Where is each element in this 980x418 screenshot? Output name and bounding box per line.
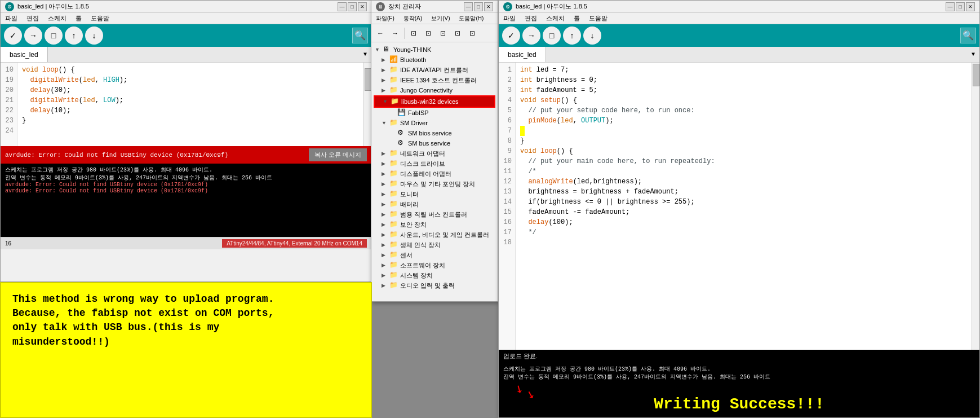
dm-sensor-item[interactable]: ▶ 📁 센서 xyxy=(374,250,495,260)
left-tab-arrow[interactable]: ▼ xyxy=(359,51,371,58)
right-maximize-button[interactable]: □ xyxy=(956,2,965,11)
left-code-content[interactable]: void loop() { digitalWrite(led, HIGH); d… xyxy=(17,63,371,146)
left-maximize-button[interactable]: □ xyxy=(348,2,357,11)
computer-icon: 🖥 xyxy=(383,45,392,54)
right-open-button[interactable]: ↑ xyxy=(563,27,581,45)
disk-expand-icon: ▶ xyxy=(382,161,389,166)
copy-error-button[interactable]: 복사 오류 메시지 xyxy=(309,148,367,161)
right-save-button[interactable]: ↓ xyxy=(583,27,601,45)
dm-forward-button[interactable]: → xyxy=(388,27,402,40)
dm-btn2[interactable]: ⊡ xyxy=(422,27,435,40)
dm-minimize-button[interactable]: — xyxy=(464,2,473,11)
right-tab-arrow[interactable]: ▼ xyxy=(967,51,979,58)
left-minimize-button[interactable]: — xyxy=(338,2,347,11)
right-close-button[interactable]: ✕ xyxy=(966,2,975,11)
right-edit[interactable]: 편집 xyxy=(522,13,539,24)
left-scrollbar[interactable] xyxy=(363,63,371,146)
right-line-numbers: 1 2 3 4 5 6 7 8 9 10 11 12 13 14 15 16 1… xyxy=(499,63,516,350)
right-title-bar: ⚙ basic_led | 아두이노 1.8.5 — □ ✕ xyxy=(499,1,979,13)
dm-jungo-item[interactable]: ▶ 📁 Jungo Connectivity xyxy=(374,85,495,95)
left-menu-tools[interactable]: 툴 xyxy=(73,13,84,24)
dm-btn1[interactable]: ⊡ xyxy=(407,27,420,40)
right-minimize-button[interactable]: — xyxy=(946,2,955,11)
dm-btn5[interactable]: ⊡ xyxy=(465,27,479,40)
dm-maximize-button[interactable]: □ xyxy=(474,2,483,11)
dm-smbios-label: SM bios service xyxy=(408,130,452,137)
right-window-controls: — □ ✕ xyxy=(946,2,975,11)
right-verify-button[interactable]: ✓ xyxy=(502,27,520,45)
search-icon[interactable]: 🔍 xyxy=(352,28,368,43)
right-sketch[interactable]: 스케치 xyxy=(544,13,567,24)
left-tab-basic-led[interactable]: basic_led xyxy=(1,47,48,62)
dm-biometric-item[interactable]: ▶ 📁 생체 인식 장치 xyxy=(374,240,495,250)
dm-security-item[interactable]: ▶ 📁 보안 장치 xyxy=(374,219,495,230)
dm-btn4[interactable]: ⊡ xyxy=(451,27,464,40)
dm-system-item[interactable]: ▶ 📁 시스템 장치 xyxy=(374,270,495,280)
dm-window-controls: — □ ✕ xyxy=(464,2,493,11)
right-tools[interactable]: 툴 xyxy=(571,13,582,24)
right-window-title: basic_led | 아두이노 1.8.5 xyxy=(516,2,587,11)
dm-bluetooth-item[interactable]: ▶ 📶 Bluetooth xyxy=(374,55,495,65)
right-code-content[interactable]: int led = 7; int brightness = 0; int fad… xyxy=(516,63,979,350)
right-new-button[interactable]: □ xyxy=(543,27,561,45)
new-button[interactable]: □ xyxy=(45,27,63,45)
dm-root-label: Young-THINK xyxy=(393,46,431,53)
dm-audio-item[interactable]: ▶ 📁 오디오 입력 및 출력 xyxy=(374,280,495,291)
biometric-expand-icon: ▶ xyxy=(382,242,389,248)
left-menu-file[interactable]: 파일 xyxy=(3,13,20,24)
dm-battery-item[interactable]: ▶ 📁 배터리 xyxy=(374,199,495,209)
right-file[interactable]: 파일 xyxy=(501,13,518,24)
dm-display-item[interactable]: ▶ 📁 디스플레이 어댑터 xyxy=(374,169,495,179)
dm-smbus-item[interactable]: ▶ ⚙ SM bus service xyxy=(374,138,495,148)
dm-close-button[interactable]: ✕ xyxy=(484,2,493,11)
security-icon: 📁 xyxy=(389,220,398,229)
libusb-expand-icon: ▼ xyxy=(383,99,391,104)
disk-icon: 📁 xyxy=(389,159,398,168)
right-console-header: 업로드 완료. xyxy=(499,350,979,363)
dm-imaging-item[interactable]: ▶ 📁 이미징 장치 xyxy=(374,291,495,292)
right-tab-basic-led[interactable]: basic_led xyxy=(499,47,546,62)
right-scrollbar[interactable] xyxy=(972,63,979,350)
dm-ide-ata-label: IDE ATA/ATAPI 컨트롤러 xyxy=(400,66,468,74)
upload-button[interactable]: → xyxy=(24,27,42,45)
dm-menu-action[interactable]: 동작(A) xyxy=(401,14,424,24)
dm-sound-item[interactable]: ▶ 📁 사운드, 비디오 및 게임 컨트롤러 xyxy=(374,230,495,240)
left-menu-sketch[interactable]: 스케치 xyxy=(46,13,69,24)
dm-ieee-item[interactable]: ▶ 📁 IEEE 1394 호스트 컨트롤러 xyxy=(374,75,495,85)
dm-menu-view[interactable]: 보기(V) xyxy=(429,14,452,24)
dm-ide-ata-item[interactable]: ▶ 📁 IDE ATA/ATAPI 컨트롤러 xyxy=(374,65,495,75)
dm-usb-item[interactable]: ▶ 📁 범용 직렬 버스 컨트롤러 xyxy=(374,209,495,219)
left-console-line-1: 스케치는 프로그램 저장 공간 980 바이트(23%)를 사용. 최대 409… xyxy=(5,166,367,174)
dm-monitor-item[interactable]: ▶ 📁 모니터 xyxy=(374,189,495,199)
dm-smbus-label: SM bus service xyxy=(408,140,450,147)
dm-root-item[interactable]: ▼ 🖥 Young-THINK xyxy=(374,45,495,55)
right-search-icon[interactable]: 🔍 xyxy=(960,28,976,43)
dm-fabisp-item[interactable]: ▶ 💾 FabISP xyxy=(374,108,495,118)
usb-icon: 📁 xyxy=(389,210,398,219)
save-button[interactable]: ↓ xyxy=(85,27,103,45)
left-menu-help[interactable]: 도움말 xyxy=(88,13,112,24)
open-button[interactable]: ↑ xyxy=(65,27,83,45)
dm-smbios-item[interactable]: ▶ ⚙ SM bios service xyxy=(374,128,495,138)
dm-menu-file[interactable]: 파일(F) xyxy=(374,14,397,24)
root-expand-icon: ▼ xyxy=(375,47,383,52)
right-upload-button[interactable]: → xyxy=(522,27,540,45)
dm-menu-help[interactable]: 도움말(H) xyxy=(456,14,486,24)
right-help[interactable]: 도움말 xyxy=(587,13,610,24)
system-expand-icon: ▶ xyxy=(382,272,389,278)
dm-jungo-label: Jungo Connectivity xyxy=(400,87,453,94)
dm-libusb-item[interactable]: ▼ 📁 libusb-win32 devices xyxy=(374,95,495,108)
verify-button[interactable]: ✓ xyxy=(4,27,22,45)
dm-btn3[interactable]: ⊡ xyxy=(436,27,450,40)
left-window-controls: — □ ✕ xyxy=(338,2,367,11)
left-menu-edit[interactable]: 편집 xyxy=(24,13,41,24)
left-close-button[interactable]: ✕ xyxy=(358,2,367,11)
dm-software-item[interactable]: ▶ 📁 소프트웨어 장치 xyxy=(374,260,495,270)
dm-network-item[interactable]: ▶ 📁 네트워크 어댑터 xyxy=(374,148,495,159)
dm-mouse-item[interactable]: ▶ 📁 마우스 및 기타 포인팅 장치 xyxy=(374,179,495,189)
biometric-icon: 📁 xyxy=(389,240,398,249)
dm-smdriver-item[interactable]: ▼ 📁 SM Driver xyxy=(374,118,495,128)
dm-back-button[interactable]: ← xyxy=(374,27,387,40)
dm-disk-item[interactable]: ▶ 📁 디스크 드라이브 xyxy=(374,159,495,169)
sound-expand-icon: ▶ xyxy=(382,232,389,237)
